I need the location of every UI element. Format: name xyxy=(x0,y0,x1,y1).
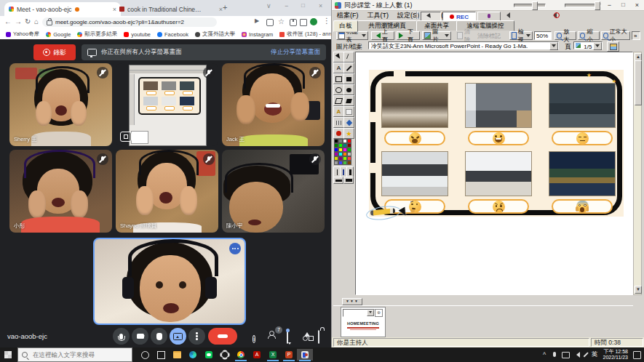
host-controls-icon[interactable] xyxy=(318,331,319,344)
menu-tools[interactable]: 工具(T) xyxy=(367,11,389,20)
notification-center-icon[interactable] xyxy=(633,351,641,359)
bookmark-item[interactable]: Google xyxy=(46,31,71,38)
mic-volume-slider[interactable] xyxy=(565,4,601,7)
browser-menu-icon[interactable]: ⋮ xyxy=(323,17,330,25)
pinned-self-video[interactable] xyxy=(93,238,246,325)
stop-sharing-link[interactable]: 停止分享螢幕畫面 xyxy=(271,48,320,57)
tray-speaker-icon[interactable] xyxy=(573,352,580,358)
zoom-level-field[interactable]: 50% xyxy=(534,31,552,40)
polygon-tool[interactable] xyxy=(333,95,344,106)
highlight-text-tool[interactable]: A xyxy=(333,106,344,117)
bookmark-item[interactable]: youtube xyxy=(124,31,151,38)
select-tool[interactable] xyxy=(333,52,344,63)
zoom-in-button[interactable]: 放大 xyxy=(554,31,576,40)
acrobat-icon[interactable]: A xyxy=(249,349,265,361)
menu-file[interactable]: 檔案(F) xyxy=(337,11,359,20)
page-dropdown[interactable]: 1/5 xyxy=(573,41,603,49)
laser-tool[interactable] xyxy=(343,52,354,63)
tray-display-icon[interactable] xyxy=(562,352,570,358)
meeting-details-icon[interactable]: i xyxy=(253,331,255,344)
activities-icon[interactable] xyxy=(303,331,313,341)
tray-mic-icon[interactable] xyxy=(553,352,556,357)
open-file-button[interactable] xyxy=(607,41,619,52)
line-width-3[interactable] xyxy=(346,166,354,177)
rectangle-tool[interactable] xyxy=(333,73,344,84)
participant-video-1[interactable]: Sherry 王 xyxy=(9,63,112,146)
start-button[interactable] xyxy=(4,351,12,358)
tray-expand-chevron[interactable]: ^ xyxy=(543,351,546,358)
window-minimize-chevron[interactable]: ∨ xyxy=(266,2,271,9)
presentation-tile[interactable] xyxy=(116,63,218,146)
address-bar[interactable]: meet.google.com/vao-aoob-ejc?pli=1&authu… xyxy=(42,17,217,27)
image-dropdown-button[interactable]: 圖片 xyxy=(422,31,451,40)
shape-stamp-tool[interactable] xyxy=(343,117,354,128)
line-app-icon[interactable] xyxy=(201,349,217,361)
back-icon[interactable]: ← xyxy=(4,17,12,25)
prev-page-button[interactable]: 上頁 xyxy=(371,31,394,40)
forward-icon[interactable]: → xyxy=(15,17,22,25)
line-style-solid[interactable] xyxy=(333,177,343,184)
normal-size-button[interactable]: 正常大小 xyxy=(601,31,630,40)
more-options-button[interactable] xyxy=(188,328,205,345)
bookmark-item[interactable]: Yahoo奇摩 xyxy=(6,31,39,38)
extensions-puzzle-icon[interactable] xyxy=(290,19,297,26)
bookmark-item[interactable]: 文藻外語大學 xyxy=(195,31,235,38)
view-dropdown-button[interactable]: 檢視 xyxy=(509,31,533,40)
profile-avatar[interactable] xyxy=(310,18,317,25)
zoom-out-button[interactable]: 縮小 xyxy=(578,31,600,40)
file-explorer-icon[interactable] xyxy=(169,349,185,361)
file-dropdown[interactable]: 冷笑話女王23N-Ann Microsoft PowerPoint - Read… xyxy=(368,41,559,49)
homemeeting-app-icon[interactable] xyxy=(297,349,313,361)
ellipse-tool[interactable] xyxy=(333,84,344,95)
new-tab-button[interactable]: + xyxy=(223,3,227,12)
tab-cook[interactable]: cook in Traditional Chinese - C... × xyxy=(115,2,227,16)
raise-hand-button[interactable] xyxy=(151,328,167,345)
window-maximize-button[interactable]: □ xyxy=(301,2,305,9)
mic-button[interactable] xyxy=(113,328,130,345)
edge-icon[interactable] xyxy=(185,349,201,361)
bookmark-item[interactable]: Instagram xyxy=(242,31,273,38)
tab-whiteboard[interactable]: 白板 xyxy=(333,20,358,32)
next-page-button[interactable]: 下頁 xyxy=(397,31,420,40)
pin-video-icon[interactable]: ⊕ xyxy=(375,309,383,317)
settings-gear-icon[interactable] xyxy=(217,349,233,361)
powerpoint-icon[interactable]: P xyxy=(281,349,297,361)
recording-button[interactable]: 錄影 xyxy=(33,44,76,60)
home-icon[interactable]: ⌂ xyxy=(34,17,39,25)
whiteboard-scrollbar[interactable]: ▲ ▼ xyxy=(633,52,642,295)
tile-options-menu-icon[interactable] xyxy=(229,243,241,254)
grid-stamp-tool[interactable] xyxy=(333,117,344,128)
leave-call-button[interactable] xyxy=(208,328,237,345)
present-screen-button[interactable] xyxy=(170,328,186,345)
app-minimize-button[interactable]: − xyxy=(603,1,616,9)
participants-icon[interactable]: 7 xyxy=(269,331,279,341)
participant-video-6[interactable]: 陳小宇 xyxy=(222,150,325,233)
filled-ellipse-tool[interactable] xyxy=(343,84,354,95)
bookmark-item[interactable]: 顯示更多結果 xyxy=(77,31,117,38)
chat-icon[interactable] xyxy=(287,331,288,344)
taskbar-search[interactable] xyxy=(17,347,132,362)
star-stamp-tool[interactable]: ★ xyxy=(343,128,354,139)
media-control-icon[interactable]: ▶ xyxy=(255,17,259,24)
side-panel-icon[interactable] xyxy=(300,19,307,26)
task-view-icon[interactable] xyxy=(153,349,169,361)
app-close-button[interactable]: × xyxy=(631,1,643,9)
chrome-icon[interactable] xyxy=(233,349,249,361)
participant-video-3[interactable]: Jack 王 xyxy=(222,63,325,146)
window-close-button[interactable]: × xyxy=(319,2,322,9)
reload-icon[interactable]: ↻ xyxy=(25,17,31,25)
line-tool[interactable] xyxy=(343,63,354,73)
speaker-volume-slider[interactable] xyxy=(514,4,546,7)
filled-rectangle-tool[interactable] xyxy=(343,73,354,84)
line-style-thick[interactable] xyxy=(343,177,354,184)
taskbar-clock[interactable]: 下午 12:58 2022/11/23 xyxy=(593,349,628,361)
app-maximize-button[interactable]: □ xyxy=(617,1,629,9)
video-source-dropdown[interactable] xyxy=(343,309,375,317)
palette-color-swatch[interactable] xyxy=(347,161,351,165)
apple-stamp-tool[interactable] xyxy=(333,128,344,139)
erase-marks-button[interactable]: 清除標記 xyxy=(476,31,506,40)
scrollbar-thumb[interactable] xyxy=(635,60,642,105)
menu-dropdown-button[interactable]: 功能表 xyxy=(336,31,368,40)
cortana-icon[interactable] xyxy=(137,349,153,361)
fit-width-button[interactable]: » xyxy=(632,31,640,40)
